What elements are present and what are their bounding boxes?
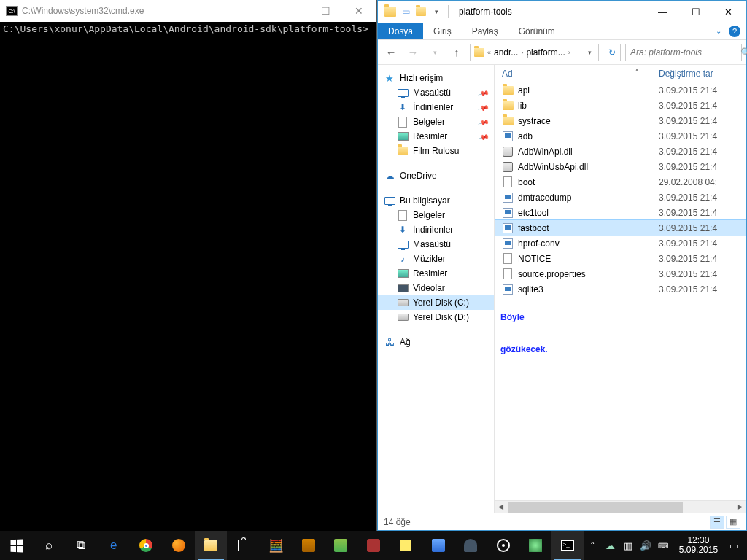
nav-item[interactable]: Yerel Disk (C:) (378, 295, 494, 310)
scroll-right-icon[interactable]: ► (734, 502, 746, 512)
language-tray-icon[interactable]: ⌨ (654, 531, 672, 560)
tab-share[interactable]: Paylaş (462, 23, 508, 39)
firefox-icon[interactable] (162, 531, 194, 560)
app-icon[interactable] (292, 531, 324, 560)
nav-item[interactable]: ⬇İndirilenler (378, 222, 494, 237)
app-icon[interactable] (325, 531, 357, 560)
close-button[interactable]: ✕ (342, 0, 375, 22)
store-icon[interactable] (227, 531, 259, 560)
back-button[interactable]: ← (382, 44, 400, 61)
breadcrumb-segment[interactable]: platform... (525, 47, 566, 58)
nav-item[interactable]: Videolar (378, 281, 494, 295)
nav-item[interactable]: ⬇İndirilenler📌 (378, 100, 494, 114)
tab-home[interactable]: Giriş (423, 23, 462, 39)
file-row[interactable]: fastboot3.09.2015 21:4 (495, 220, 746, 236)
chevron-right-icon[interactable]: › (568, 49, 570, 56)
calculator-icon[interactable]: 🧮 (260, 531, 292, 560)
nav-item[interactable]: Film Rulosu (378, 144, 494, 158)
onedrive-tray-icon[interactable]: ☁ (602, 531, 619, 560)
app-icon[interactable] (422, 531, 454, 560)
newfolder-icon[interactable] (414, 5, 427, 18)
navigation-pane[interactable]: ★ Hızlı erişim Masaüstü📌⬇İndirilenler📌Be… (378, 65, 495, 513)
thispc-header[interactable]: Bu bilgisayar (378, 193, 494, 208)
close-button[interactable]: ✕ (712, 1, 745, 23)
minimize-button[interactable]: — (646, 1, 679, 23)
refresh-button[interactable]: ↻ (603, 44, 621, 61)
clock[interactable]: 12:30 5.09.2015 (672, 536, 725, 555)
scroll-left-icon[interactable]: ◄ (495, 502, 507, 512)
taskbar[interactable]: ⌕ ⧉ e 🧮 >_ ˄ ☁ ▥ 🔊 ⌨ 12:30 5.09.2015 ▭ (0, 531, 747, 560)
search-icon[interactable]: 🔍 (740, 47, 747, 58)
minimize-button[interactable]: — (276, 0, 309, 22)
taskview-button[interactable]: ⧉ (65, 531, 97, 560)
nav-item[interactable]: Belgeler📌 (378, 114, 494, 129)
explorer-titlebar[interactable]: ▭ ▾ platform-tools — ☐ ✕ (378, 1, 746, 23)
file-row[interactable]: AdbWinUsbApi.dll3.09.2015 21:4 (495, 159, 746, 174)
notifications-icon[interactable]: ▭ (725, 531, 743, 560)
file-row[interactable]: NOTICE3.09.2015 21:4 (495, 251, 746, 266)
scroll-thumb[interactable] (508, 502, 683, 513)
file-row[interactable]: dmtracedump3.09.2015 21:4 (495, 190, 746, 205)
edge-icon[interactable]: e (97, 531, 129, 560)
file-row[interactable]: boot29.02.2008 04: (495, 174, 746, 190)
file-row[interactable]: AdbWinApi.dll3.09.2015 21:4 (495, 144, 746, 159)
explorer-taskbar-icon[interactable] (195, 531, 227, 560)
tray-overflow-icon[interactable]: ˄ (584, 531, 602, 560)
file-row[interactable]: adb3.09.2015 21:4 (495, 128, 746, 144)
chrome-icon[interactable] (130, 531, 162, 560)
onedrive-header[interactable]: ☁ OneDrive (378, 168, 494, 183)
cmd-output[interactable]: C:\Users\xonur\AppData\Local\Android\and… (0, 22, 376, 531)
icons-view-button[interactable]: ▦ (726, 516, 740, 529)
search-input[interactable] (630, 47, 740, 58)
column-headers[interactable]: Ad ˄ Değiştirme tar (495, 65, 746, 82)
tab-view[interactable]: Görünüm (508, 23, 565, 39)
cmd-titlebar[interactable]: C:\ C:\Windows\system32\cmd.exe — ☐ ✕ (0, 0, 376, 22)
app-icon[interactable] (454, 531, 487, 560)
file-row[interactable]: etc1tool3.09.2015 21:4 (495, 205, 746, 220)
search-button[interactable]: ⌕ (32, 531, 64, 560)
network-tray-icon[interactable]: ▥ (619, 531, 637, 560)
chevron-right-icon[interactable]: › (521, 49, 523, 56)
file-row[interactable]: lib3.09.2015 21:4 (495, 98, 746, 113)
file-row[interactable]: sqlite33.09.2015 21:4 (495, 281, 746, 297)
nav-item[interactable]: Masaüstü (378, 237, 494, 252)
notes-icon[interactable] (390, 531, 422, 560)
address-bar[interactable]: « andr... › platform... › ▾ (470, 44, 599, 61)
tab-file[interactable]: Dosya (378, 23, 423, 39)
file-row[interactable]: systrace3.09.2015 21:4 (495, 113, 746, 128)
quick-access-header[interactable]: ★ Hızlı erişim (378, 71, 494, 85)
file-row[interactable]: hprof-conv3.09.2015 21:4 (495, 236, 746, 251)
help-icon[interactable]: ? (729, 26, 740, 37)
properties-icon[interactable]: ▭ (399, 5, 412, 18)
file-row[interactable]: source.properties3.09.2015 21:4 (495, 266, 746, 281)
nav-item[interactable]: Masaüstü📌 (378, 85, 494, 100)
horizontal-scrollbar[interactable]: ◄ ► (495, 500, 746, 513)
maximize-button[interactable]: ☐ (309, 0, 342, 22)
nav-item[interactable]: ♪Müzikler (378, 252, 494, 266)
forward-button[interactable]: → (404, 44, 422, 61)
ribbon-expand-icon[interactable]: ⌄ (716, 27, 721, 35)
column-date[interactable]: Değiştirme tar (659, 69, 739, 79)
nav-item[interactable]: Belgeler (378, 208, 494, 222)
start-button[interactable] (0, 531, 32, 560)
search-box[interactable]: 🔍 (625, 44, 742, 61)
file-list[interactable]: api3.09.2015 21:4lib3.09.2015 21:4systra… (495, 82, 746, 500)
column-name[interactable]: Ad (502, 69, 615, 79)
media-icon[interactable] (487, 531, 519, 560)
cmd-taskbar-icon[interactable]: >_ (551, 531, 584, 560)
volume-tray-icon[interactable]: 🔊 (637, 531, 654, 560)
app-icon[interactable] (357, 531, 389, 560)
app-icon[interactable] (519, 531, 551, 560)
recent-dropdown-icon[interactable]: ▾ (426, 44, 444, 61)
nav-item[interactable]: Resimler📌 (378, 129, 494, 144)
show-desktop-button[interactable] (743, 531, 747, 560)
breadcrumb-segment[interactable]: andr... (492, 47, 519, 58)
nav-item[interactable]: Yerel Disk (D:) (378, 310, 494, 324)
details-view-button[interactable]: ☰ (710, 516, 724, 529)
network-header[interactable]: 🖧 Ağ (378, 335, 494, 349)
nav-item[interactable]: Resimler (378, 266, 494, 281)
maximize-button[interactable]: ☐ (679, 1, 712, 23)
chevron-right-icon[interactable]: « (487, 49, 491, 56)
file-row[interactable]: api3.09.2015 21:4 (495, 82, 746, 98)
up-button[interactable]: ↑ (448, 44, 465, 61)
